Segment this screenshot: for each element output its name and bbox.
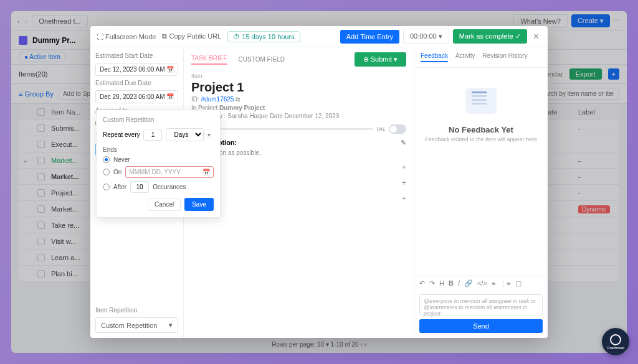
cancel-button[interactable]: Cancel [148, 198, 181, 211]
interval-input[interactable] [143, 129, 162, 141]
undo-icon[interactable]: ↶ [419, 279, 425, 287]
add-time-button[interactable]: Add Time Entry [340, 30, 399, 44]
repetition-select[interactable]: Custom Repetition▾ [95, 317, 178, 333]
label-est-due: Estimated Due Date [95, 80, 178, 86]
send-button[interactable]: Send [419, 319, 543, 333]
calendar-icon: 📅 [166, 93, 174, 100]
progress-value: 0% [377, 126, 385, 133]
copy-url-button[interactable]: ⧉ Copy Public URL [162, 32, 221, 40]
created-by: Created By : Saraha Haque Date December … [191, 113, 406, 119]
start-date-input[interactable]: Dec 12, 2023 06:00 AM📅 [95, 63, 178, 76]
plus-icon[interactable]: + [401, 194, 406, 203]
item-id-link[interactable]: #dum17625 [201, 96, 234, 103]
due-date-input[interactable]: Dec 28, 2023 06:00 AM📅 [95, 90, 178, 103]
label-est-start: Estimated Start Date [95, 52, 178, 59]
radio-after[interactable] [103, 184, 110, 190]
submit-button[interactable]: ⊕ Submit ▾ [355, 52, 406, 67]
tab-custom-field[interactable]: CUSTOM FIELD [239, 56, 285, 63]
calendar-icon: 📅 [202, 169, 210, 175]
label-ends: Ends [103, 146, 214, 153]
code-icon[interactable]: </> [477, 279, 487, 287]
empty-state-title: No Feedback Yet [449, 125, 513, 134]
list-icon[interactable]: ≡ [492, 279, 495, 287]
tab-task-brief[interactable]: TASK BRIEF [191, 55, 227, 65]
tab-revision[interactable]: Revision History [483, 52, 528, 62]
occurrences-input[interactable] [130, 181, 149, 193]
toggle[interactable] [389, 124, 406, 134]
mark-complete-button[interactable]: Mark as complete ✓ [453, 29, 527, 44]
end-date-input[interactable]: MMMM DD, YYYY📅 [125, 166, 214, 178]
plus-icon[interactable]: + [401, 178, 406, 187]
numlist-icon[interactable]: ⋮≡ [500, 279, 510, 287]
plus-icon[interactable]: + [401, 162, 406, 172]
calendar-icon: 📅 [166, 66, 174, 73]
tab-activity[interactable]: Activity [455, 52, 475, 62]
item-right-panel: Feedback Activity Revision History No Fe… [414, 47, 548, 338]
label-repetition: Item Repetition [95, 307, 178, 314]
item-title[interactable]: Project 1 [191, 80, 406, 95]
pencil-icon[interactable]: ✎ [401, 139, 406, 147]
popover-title: Custom Repetition [103, 116, 214, 123]
heading-icon[interactable]: H [439, 279, 444, 287]
item-label: Item [191, 73, 406, 79]
comment-input[interactable]: @everyone to mention all assignee in tas… [419, 294, 543, 315]
label-repeat-every: Repeat every [103, 131, 140, 138]
tab-feedback[interactable]: Feedback [421, 52, 448, 62]
save-button[interactable]: Save [184, 198, 214, 211]
onethread-badge[interactable]: Onethread [602, 328, 629, 355]
empty-state-icon [465, 88, 497, 114]
copy-icon[interactable]: ⧉ [236, 96, 240, 103]
parent-project-link[interactable]: Dummy Project [219, 105, 265, 111]
italic-icon[interactable]: I [458, 279, 460, 287]
duration-badge: ⏱ 15 days 10 hours [227, 31, 300, 42]
unit-select[interactable]: Days [166, 128, 204, 141]
description-text: …te as soon as possible. [191, 149, 406, 156]
timer-button[interactable]: 00:00:00 ▾ [403, 29, 449, 44]
redo-icon[interactable]: ↷ [429, 279, 435, 287]
bold-icon[interactable]: B [449, 279, 454, 287]
image-icon[interactable]: ▢ [515, 279, 521, 287]
radio-never[interactable] [103, 156, 110, 163]
editor-toolbar: ↶↷ HB I🔗 </>≡ ⋮≡▢ [414, 276, 548, 291]
close-icon[interactable]: × [531, 31, 541, 42]
empty-state-subtitle: Feedback related to the item will appear… [425, 136, 537, 142]
label-occurrences: Occurances [153, 184, 186, 190]
link-icon[interactable]: 🔗 [464, 279, 473, 287]
radio-on[interactable] [103, 169, 110, 175]
fullscreen-button[interactable]: ⛶ Fullscreen Mode [97, 33, 156, 40]
repetition-popover: Custom Repetition Repeat every Days ▾ En… [96, 110, 221, 218]
